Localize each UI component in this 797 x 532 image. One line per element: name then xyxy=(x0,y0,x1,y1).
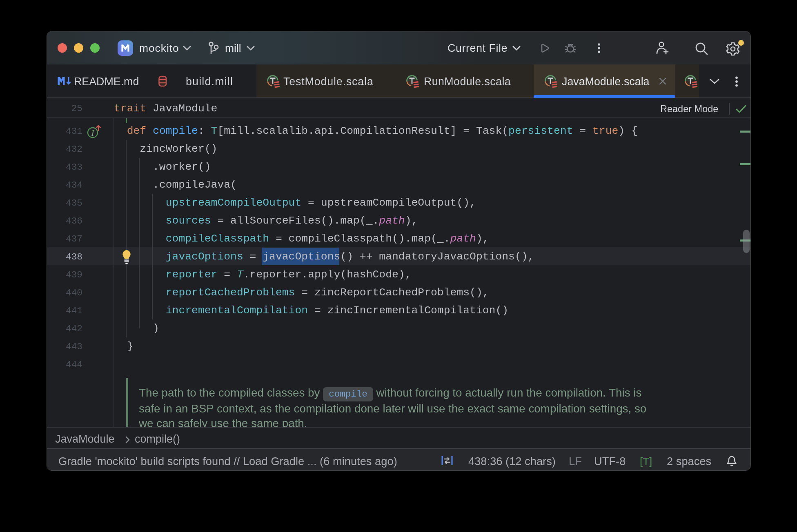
svg-text:I: I xyxy=(91,129,95,137)
